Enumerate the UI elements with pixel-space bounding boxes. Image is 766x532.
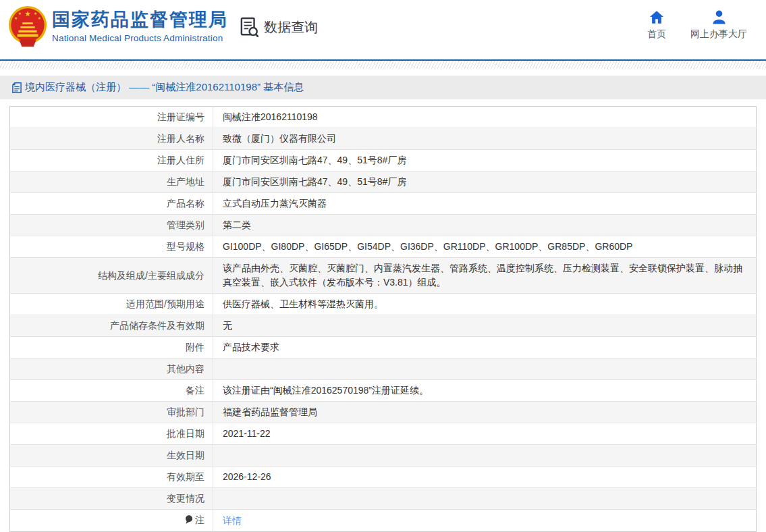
row-label: 生效日期 [10,445,213,467]
site-header: ★ ★ ★ ★ ★ 国家药品监督管理局 National Medical Pro… [0,0,766,59]
table-row: 产品名称立式自动压力蒸汽灭菌器 [10,193,757,215]
row-label: 备注 [10,380,213,402]
table-row: 有效期至2026-12-26 [10,467,757,488]
row-value: 无 [213,315,757,337]
table-row: 管理类别第二类 [10,215,757,236]
row-value: 2026-12-26 [213,467,757,488]
agency-name-en: National Medical Products Administration [52,33,228,43]
row-label: 结构及组成/主要组成成分 [10,258,213,294]
table-row: 型号规格GI100DP、GI80DP、GI65DP、GI54DP、GI36DP、… [10,236,757,258]
row-value: 闽械注准20162110198 [213,107,757,128]
row-value: 供医疗器械、卫生材料等湿热灭菌用。 [213,294,757,315]
data-query-menu[interactable]: 数据查询 [240,17,318,37]
table-row: 注册证编号闽械注准20162110198 [10,107,757,128]
row-value: GI100DP、GI80DP、GI65DP、GI54DP、GI36DP、GR11… [213,236,757,258]
svg-text:★: ★ [34,11,37,16]
table-row: 其他内容 [10,358,757,380]
row-label: 其他内容 [10,358,213,380]
table-row: 附件产品技术要求 [10,337,757,358]
nav-home-label: 首页 [647,28,666,41]
row-value: 详情 [213,510,757,532]
document-icon [12,82,22,93]
table-row: 生效日期 [10,445,757,467]
row-value: 产品技术要求 [213,337,757,358]
row-label: 产品名称 [10,193,213,215]
table-row: 生产地址厦门市同安区圳南七路47、49、51号8#厂房 [10,171,757,193]
row-label: 产品储存条件及有效期 [10,315,213,337]
table-row: 产品储存条件及有效期无 [10,315,757,337]
row-value: 福建省药品监督管理局 [213,402,757,423]
document-search-icon [240,17,259,37]
row-label: 注 [10,510,213,532]
table-row: 注详情 [10,510,757,532]
row-label: 管理类别 [10,215,213,236]
row-value: 2021-11-22 [213,423,757,445]
table-row: 适用范围/预期用途供医疗器械、卫生材料等湿热灭菌用。 [10,294,757,315]
row-label: 生产地址 [10,171,213,193]
note-icon [185,514,193,528]
nav-service-hall-label: 网上办事大厅 [690,28,747,41]
row-label: 审批部门 [10,402,213,423]
row-label: 附件 [10,337,213,358]
row-value: 该产品由外壳、灭菌腔、灭菌腔门、内置蒸汽发生器、管路系统、温度控制系统、压力检测… [213,258,757,294]
svg-text:★: ★ [14,16,18,20]
row-value: 该注册证由“闽械注准20162570198”注册证延续。 [213,380,757,402]
user-icon [711,10,727,24]
row-label: 变更情况 [10,488,213,510]
row-value [213,445,757,467]
row-value: 厦门市同安区圳南七路47、49、51号8#厂房 [213,150,757,171]
table-row: 注册人住所厦门市同安区圳南七路47、49、51号8#厂房 [10,150,757,171]
data-query-label: 数据查询 [264,18,318,36]
national-emblem-logo: ★ ★ ★ ★ ★ [7,5,49,48]
registration-info-table: 注册证编号闽械注准20162110198注册人名称致微（厦门）仪器有限公司注册人… [9,106,757,532]
svg-text:★: ★ [38,16,41,20]
table-row: 注册人名称致微（厦门）仪器有限公司 [10,128,757,150]
row-value [213,488,757,510]
svg-text:★: ★ [18,11,22,16]
row-value: 立式自动压力蒸汽灭菌器 [213,193,757,215]
agency-name-cn: 国家药品监督管理局 [52,9,228,30]
hatched-stripe-band [0,61,766,69]
page-title: 境内医疗器械（注册） —— “闽械注准20162110198” 基本信息 [25,81,304,94]
row-label: 适用范围/预期用途 [10,294,213,315]
detail-link[interactable]: 详情 [223,515,242,526]
table-row: 变更情况 [10,488,757,510]
table-row: 批准日期2021-11-22 [10,423,757,445]
row-label: 有效期至 [10,467,213,488]
svg-text:★: ★ [24,9,31,18]
row-label: 批准日期 [10,423,213,445]
row-value [213,358,757,380]
row-label: 注册人名称 [10,128,213,150]
row-value: 厦门市同安区圳南七路47、49、51号8#厂房 [213,171,757,193]
breadcrumb: 境内医疗器械（注册） —— “闽械注准20162110198” 基本信息 [0,76,766,99]
nav-home[interactable]: 首页 [647,10,666,41]
row-label: 型号规格 [10,236,213,258]
table-row: 备注该注册证由“闽械注准20162570198”注册证延续。 [10,380,757,402]
row-value: 致微（厦门）仪器有限公司 [213,128,757,150]
nav-service-hall[interactable]: 网上办事大厅 [690,10,747,41]
home-icon [649,10,664,24]
agency-title-block: 国家药品监督管理局 National Medical Products Admi… [52,9,228,43]
row-label: 注册证编号 [10,107,213,128]
table-row: 审批部门福建省药品监督管理局 [10,402,757,423]
row-value: 第二类 [213,215,757,236]
row-label: 注册人住所 [10,150,213,171]
top-navigation: 首页 网上办事大厅 [647,10,747,41]
table-row: 结构及组成/主要组成成分该产品由外壳、灭菌腔、灭菌腔门、内置蒸汽发生器、管路系统… [10,258,757,294]
